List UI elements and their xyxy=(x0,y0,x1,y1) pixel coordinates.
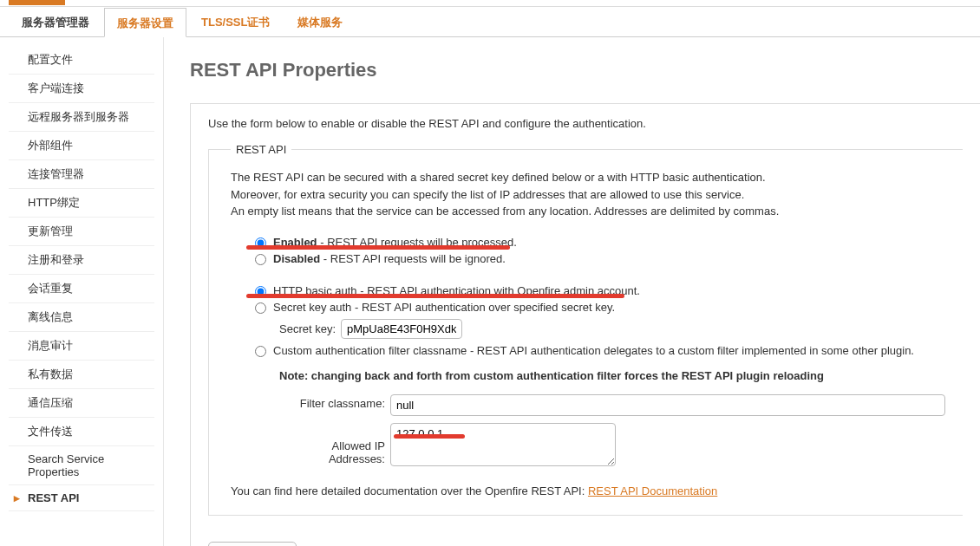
disabled-rest: - REST API requests will be ignored. xyxy=(320,252,506,265)
tab-server-manager[interactable]: 服务器管理器 xyxy=(9,7,102,36)
http-auth-radio-row: HTTP basic auth - REST API authenticatio… xyxy=(255,284,945,297)
custom-auth-label: Custom authentication filter classname -… xyxy=(273,344,914,357)
settings-panel: Use the form below to enable or disable … xyxy=(190,103,980,546)
highlight-mark xyxy=(246,294,624,298)
sidebar-item-reg-login[interactable]: 注册和登录 xyxy=(9,246,154,275)
secret-key-radio[interactable] xyxy=(255,302,266,314)
filter-classname-row: Filter classname: xyxy=(279,394,945,416)
secret-key-radio-label: Secret key auth - REST API authenticatio… xyxy=(273,301,615,314)
sidebar-item-s2s[interactable]: 远程服务器到服务器 xyxy=(9,103,154,132)
sidebar-item-config[interactable]: 配置文件 xyxy=(9,46,154,75)
highlight-mark xyxy=(394,434,465,439)
filter-classname-label: Filter classname: xyxy=(279,397,385,413)
secret-key-input[interactable] xyxy=(341,319,462,339)
sidebar-item-rest-api[interactable]: REST API xyxy=(9,485,154,511)
disabled-radio[interactable] xyxy=(255,254,266,265)
doc-line: You can find here detailed documentation… xyxy=(231,484,945,497)
secret-key-radio-row: Secret key auth - REST API authenticatio… xyxy=(255,301,945,314)
doc-link[interactable]: REST API Documentation xyxy=(588,484,717,497)
secret-key-row: Secret key: xyxy=(279,319,945,339)
disabled-label: Disabled - REST API requests will be ign… xyxy=(273,252,506,265)
secret-key-label: Secret key: xyxy=(279,322,336,335)
sidebar-item-session-dup[interactable]: 会话重复 xyxy=(9,275,154,303)
custom-auth-radio[interactable] xyxy=(255,346,266,357)
custom-auth-radio-row: Custom authentication filter classname -… xyxy=(255,344,945,357)
tab-tls-ssl[interactable]: TLS/SSL证书 xyxy=(188,7,283,36)
note-bold: Note: changing back and forth from custo… xyxy=(279,369,824,382)
tab-server-settings[interactable]: 服务器设置 xyxy=(104,8,186,37)
sub-tabs: 服务器管理器 服务器设置 TLS/SSL证书 媒体服务 xyxy=(0,7,980,37)
allowed-ip-row: Allowed IP Addresses: xyxy=(279,423,945,469)
save-settings-button[interactable]: Save Settings xyxy=(208,542,297,547)
sidebar-item-private[interactable]: 私有数据 xyxy=(9,361,154,389)
sidebar-item-http-bind[interactable]: HTTP绑定 xyxy=(9,189,154,218)
fieldset-legend: REST API xyxy=(231,143,291,156)
sidebar-item-compress[interactable]: 通信压缩 xyxy=(9,389,154,418)
content-area: REST API Properties Use the form below t… xyxy=(164,37,980,546)
sidebar-item-search-service[interactable]: Search Service Properties xyxy=(9,446,154,485)
desc-line-2: Moreover, for extra security you can spe… xyxy=(231,188,744,201)
sidebar-item-update[interactable]: 更新管理 xyxy=(9,218,154,246)
allowed-ip-label: Allowed IP Addresses: xyxy=(279,439,385,469)
active-top-tab-indicator xyxy=(9,0,65,5)
enabled-radio-row: Enabled - REST API requests will be proc… xyxy=(255,236,945,249)
desc-line-1: The REST API can be secured with a share… xyxy=(231,171,766,184)
sidebar-item-offline[interactable]: 离线信息 xyxy=(9,303,154,332)
disabled-bold: Disabled xyxy=(273,252,320,265)
sidebar: 配置文件 客户端连接 远程服务器到服务器 外部组件 连接管理器 HTTP绑定 更… xyxy=(0,37,164,546)
top-bar xyxy=(0,0,980,7)
disabled-radio-row: Disabled - REST API requests will be ign… xyxy=(255,252,945,265)
sidebar-item-ext-comp[interactable]: 外部组件 xyxy=(9,132,154,160)
allowed-ip-textarea[interactable] xyxy=(390,423,616,466)
highlight-mark xyxy=(246,245,510,250)
sidebar-item-file-transfer[interactable]: 文件传送 xyxy=(9,418,154,446)
doc-text: You can find here detailed documentation… xyxy=(231,484,588,497)
note-text: Note: changing back and forth from custo… xyxy=(279,369,945,382)
page-title: REST API Properties xyxy=(190,59,980,81)
sidebar-item-audit[interactable]: 消息审计 xyxy=(9,332,154,361)
filter-classname-input[interactable] xyxy=(390,394,945,416)
rest-api-fieldset: REST API The REST API can be secured wit… xyxy=(208,143,963,516)
intro-text: Use the form below to enable or disable … xyxy=(208,117,963,130)
fieldset-description: The REST API can be secured with a share… xyxy=(231,169,945,220)
sidebar-item-conn-mgr[interactable]: 连接管理器 xyxy=(9,160,154,189)
sidebar-item-client-conn[interactable]: 客户端连接 xyxy=(9,75,154,103)
tab-media-service[interactable]: 媒体服务 xyxy=(284,7,356,36)
desc-line-3: An empty list means that the service can… xyxy=(231,205,779,218)
